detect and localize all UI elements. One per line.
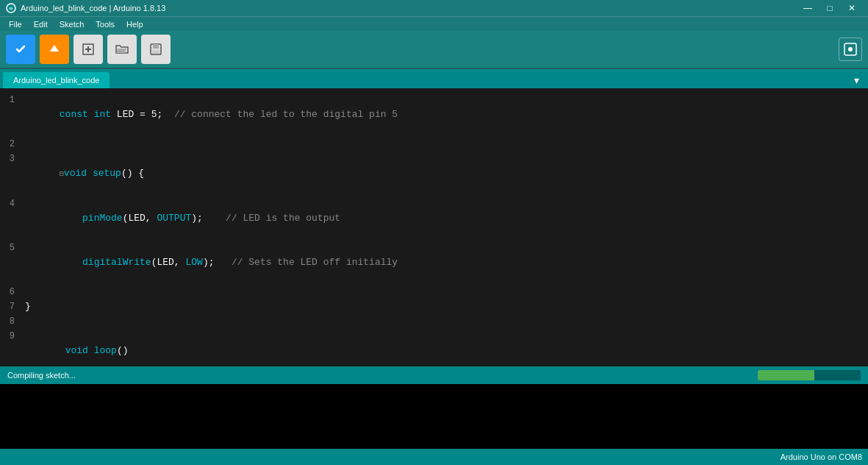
svg-rect-10 — [152, 50, 159, 54]
serial-monitor-button[interactable] — [839, 38, 862, 61]
menu-help[interactable]: Help — [121, 18, 149, 30]
new-icon — [82, 43, 95, 56]
console-area — [0, 384, 868, 449]
svg-point-12 — [848, 47, 853, 52]
status-text: Compiling sketch... — [7, 371, 76, 380]
code-line-9: 9 void loop() — [0, 329, 868, 366]
editor-area[interactable]: 1 const int LED = 5; // connect the led … — [0, 88, 868, 366]
verify-button[interactable] — [6, 35, 35, 64]
code-line-6: 6 — [0, 285, 868, 299]
menu-file[interactable]: File — [3, 18, 28, 30]
close-button[interactable]: ✕ — [842, 2, 862, 14]
title-controls: — □ ✕ — [797, 2, 862, 14]
upload-icon — [46, 41, 62, 57]
menu-edit[interactable]: Edit — [28, 18, 54, 30]
maximize-button[interactable]: □ — [819, 2, 840, 14]
verify-icon — [12, 41, 29, 57]
upload-button[interactable] — [40, 35, 69, 64]
open-button[interactable] — [107, 35, 137, 64]
progress-bar — [758, 370, 861, 380]
arduino-icon: ∞ — [6, 3, 16, 13]
open-icon — [115, 43, 129, 56]
title-text: Arduino_led_blink_code | Arduino 1.8.13 — [21, 4, 165, 13]
menu-sketch[interactable]: Sketch — [54, 18, 90, 30]
code-line-1: 1 const int LED = 5; // connect the led … — [0, 93, 868, 137]
serial-icon — [843, 42, 858, 57]
svg-text:∞: ∞ — [10, 5, 13, 12]
code-line-8: 8 — [0, 314, 868, 329]
status-bar: Compiling sketch... — [0, 366, 868, 384]
tab-dropdown-button[interactable]: ▾ — [847, 72, 865, 88]
toolbar — [0, 31, 868, 69]
menu-bar: File Edit Sketch Tools Help — [0, 16, 868, 31]
minimize-button[interactable]: — — [797, 2, 818, 14]
tab-bar: Arduino_led_blink_code ▾ — [0, 69, 868, 88]
code-line-3: 3 ⊟void setup() { — [0, 152, 868, 196]
menu-tools[interactable]: Tools — [90, 18, 121, 30]
code-line-2: 2 — [0, 137, 868, 152]
progress-bar-fill — [758, 370, 814, 380]
save-button[interactable] — [141, 35, 171, 64]
code-line-4: 4 pinMode(LED, OUTPUT); // LED is the ou… — [0, 196, 868, 241]
save-icon — [149, 43, 162, 56]
active-tab[interactable]: Arduino_led_blink_code — [3, 72, 110, 88]
code-line-5: 5 digitalWrite(LED, LOW); // Sets the LE… — [0, 241, 868, 285]
title-bar-left: ∞ Arduino_led_blink_code | Arduino 1.8.1… — [6, 3, 165, 13]
bottom-bar: Arduino Uno on COM8 — [0, 449, 868, 465]
new-button[interactable] — [73, 35, 103, 64]
board-info: Arduino Uno on COM8 — [781, 452, 862, 461]
code-line-7: 7 } — [0, 299, 868, 314]
svg-rect-9 — [153, 44, 159, 49]
title-bar: ∞ Arduino_led_blink_code | Arduino 1.8.1… — [0, 0, 868, 16]
